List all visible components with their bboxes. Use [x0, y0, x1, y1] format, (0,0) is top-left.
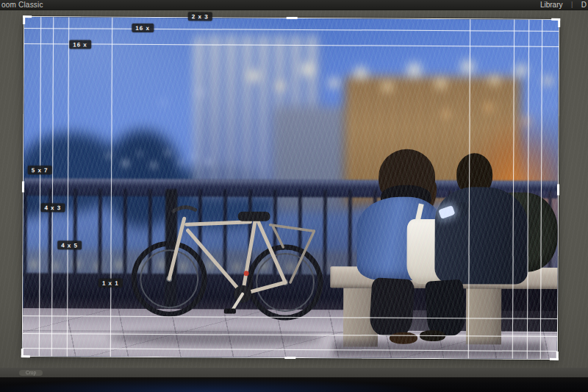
module-develop-partial[interactable]: D: [581, 0, 587, 10]
module-picker: Library | D: [540, 0, 587, 10]
module-library[interactable]: Library: [540, 0, 563, 10]
bench-shadow: [332, 341, 546, 357]
crop-handle-bottom-right[interactable]: [550, 352, 559, 360]
lamp-post: [165, 189, 177, 307]
crop-handle-left[interactable]: [22, 181, 24, 192]
night-sky: [23, 17, 559, 359]
lightroom-screen: oom Classic Library | D: [0, 0, 588, 392]
aspect-label-1x1: 1 x 1: [98, 279, 123, 288]
beige-building: [344, 76, 521, 206]
railing-balusters: [23, 188, 558, 279]
module-separator: |: [571, 0, 573, 10]
crop-handle-bottom[interactable]: [284, 357, 295, 359]
photo-content: [23, 17, 559, 359]
embankment-lights: [23, 249, 557, 282]
man-backpack: [485, 192, 558, 272]
crop-handle-bottom-left[interactable]: [21, 349, 30, 357]
aspect-label-16x10: 16 x: [132, 24, 154, 32]
develop-canvas: 2 x 3 16 x 16 x 5 x 7 4 x 3 4 x 5 1 x 1: [0, 10, 588, 368]
railing-top-rail: [24, 178, 558, 199]
woman-hair: [379, 149, 435, 205]
crop-handle-top-right[interactable]: [551, 18, 560, 27]
tote-bag-strap: [415, 204, 424, 225]
stone-bench-seat: [330, 266, 559, 290]
man-legs: [425, 279, 467, 337]
crop-canvas[interactable]: 2 x 3 16 x 16 x 5 x 7 4 x 3 4 x 5 1 x 1: [22, 16, 559, 360]
aspect-label-4x3: 4 x 3: [40, 203, 65, 212]
man-arm: [434, 200, 472, 223]
woman-hair-strand: [405, 172, 441, 218]
crop-handle-top[interactable]: [286, 17, 297, 19]
screen-moire-texture: [23, 17, 559, 359]
window-bokeh-lights: [23, 17, 559, 359]
man-jacket: [434, 187, 528, 284]
woman-denim-jacket: [357, 196, 446, 280]
white-tote-bag: [406, 219, 453, 284]
lit-phone: [438, 205, 455, 219]
crop-handle-top-left[interactable]: [23, 15, 32, 24]
develop-toolbar: Crop: [0, 368, 588, 377]
aspect-label-5x7: 5 x 7: [28, 165, 52, 174]
aspect-label-4x5: 4 x 5: [57, 240, 82, 249]
screen-glare: [23, 17, 559, 359]
bicycle: [113, 202, 344, 343]
woman-scarf: [380, 185, 431, 211]
crop-handle-right[interactable]: [557, 184, 559, 195]
app-top-bar: oom Classic Library | D: [0, 0, 588, 10]
white-bokeh-cluster: [93, 136, 222, 181]
woman-shoe: [390, 332, 417, 344]
monitor-bezel: [0, 377, 588, 392]
woman-legs: [368, 277, 415, 338]
aspect-label-16x9: 16 x: [69, 40, 91, 49]
crop-tool-label: Crop: [19, 370, 43, 376]
lit-tower: [195, 35, 324, 198]
gray-building: [275, 107, 361, 213]
app-title: oom Classic: [1, 0, 43, 10]
aspect-label-2x3: 2 x 3: [188, 12, 212, 21]
man-head: [456, 153, 493, 196]
